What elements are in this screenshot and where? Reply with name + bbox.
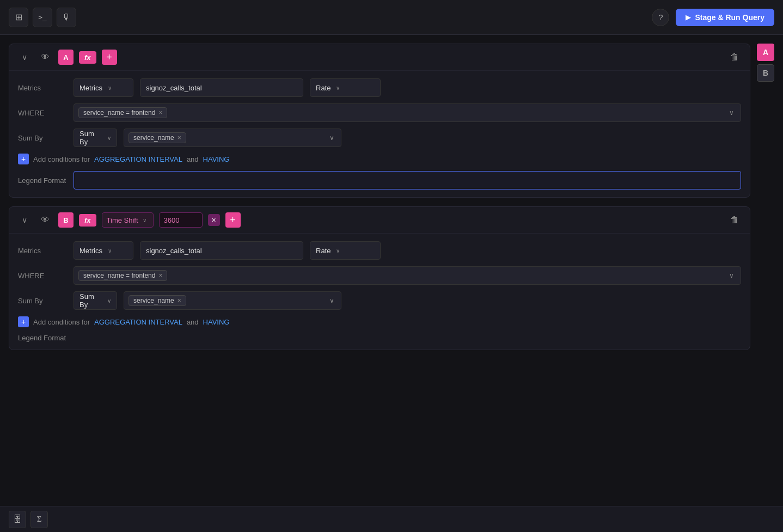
query-a-legend-row: Legend Format <box>18 171 741 189</box>
terminal-icon: >_ <box>38 13 47 21</box>
query-b-label: B <box>58 212 74 228</box>
queries-container: ∨ 👁 A fx + 🗑 <box>0 35 783 532</box>
eye-icon-b: 👁 <box>41 215 50 225</box>
play-icon: ▶ <box>686 14 690 21</box>
query-b-body: Metrics Metrics ∨ Rate ∨ WHERE <box>9 234 750 350</box>
db-icon-button[interactable]: 🗄 <box>9 511 26 528</box>
query-b-chevron[interactable]: ∨ <box>17 212 32 228</box>
query-b-add-conditions-button[interactable]: + <box>18 316 29 327</box>
trash-icon: 🗑 <box>730 52 739 62</box>
sumby-select-label: Sum By <box>79 130 102 146</box>
where-filter-tag-a: service_name = frontend × <box>78 107 167 118</box>
query-b-metrics-select[interactable]: Metrics ∨ <box>74 241 133 260</box>
timeshift-value-input[interactable] <box>159 212 203 228</box>
sumby-filter-dropdown-a[interactable]: ∨ <box>327 134 337 142</box>
where-label-b: WHERE <box>18 272 67 280</box>
top-bar-right: ? ▶ Stage & Run Query <box>652 9 774 26</box>
query-block-b: ∨ 👁 B fx Time Shift ∨ × <box>9 206 750 350</box>
query-a-body: Metrics Metrics ∨ Rate ∨ WHERE <box>9 71 750 197</box>
main-content: ∨ 👁 A fx + 🗑 <box>0 35 783 532</box>
query-b-sumby-select[interactable]: Sum By ∨ <box>74 291 117 310</box>
chevron-down-icon: ∨ <box>22 53 27 62</box>
query-a-eye[interactable]: 👁 <box>38 50 53 65</box>
query-b-delete-button[interactable]: 🗑 <box>727 212 742 228</box>
query-b-sumby-container[interactable]: service_name × ∨ <box>124 291 341 310</box>
query-a-fx-button[interactable]: fx <box>79 51 96 64</box>
eye-icon: 👁 <box>41 52 50 62</box>
query-a-chevron[interactable]: ∨ <box>17 50 32 65</box>
query-b-rate-select[interactable]: Rate ∨ <box>310 241 381 260</box>
top-bar: ⊞ >_ 🎙 ? ▶ Stage & Run Query <box>0 0 783 35</box>
metrics-dropdown-arrow-b: ∨ <box>108 248 112 254</box>
query-b-sumby-row: Sum By Sum By ∨ service_name × ∨ <box>18 291 741 310</box>
terminal-icon-button[interactable]: >_ <box>33 8 52 27</box>
top-bar-left: ⊞ >_ 🎙 <box>9 8 76 27</box>
query-block-a: ∨ 👁 A fx + 🗑 <box>9 44 750 198</box>
query-a-rate-select[interactable]: Rate ∨ <box>310 78 381 97</box>
query-a-where-container[interactable]: service_name = frontend × ∨ <box>74 103 741 122</box>
metrics-label-a: Metrics <box>18 84 67 92</box>
query-b-where-row: WHERE service_name = frontend × ∨ <box>18 266 741 285</box>
aggregation-interval-link-b[interactable]: AGGREGATION INTERVAL <box>94 318 182 326</box>
rate-dropdown-arrow-b: ∨ <box>336 248 340 254</box>
sigma-icon: Σ <box>37 515 42 524</box>
query-b-metrics-row: Metrics Metrics ∨ Rate ∨ <box>18 241 741 260</box>
rate-dropdown-arrow-a: ∨ <box>336 85 340 91</box>
query-a-metric-name-input[interactable] <box>140 78 303 97</box>
mic-icon-button[interactable]: 🎙 <box>57 8 76 27</box>
trash-icon-b: 🗑 <box>730 215 739 225</box>
legend-label-a: Legend Format <box>18 176 67 185</box>
sumby-dropdown-arrow-b: ∨ <box>107 298 111 304</box>
having-link-a[interactable]: HAVING <box>203 155 230 163</box>
query-b-add-button[interactable]: + <box>225 212 241 228</box>
sumby-filter-tag-a: service_name × <box>129 132 186 143</box>
where-filter-close-b[interactable]: × <box>158 272 162 279</box>
query-a-delete-button[interactable]: 🗑 <box>727 50 742 65</box>
sumby-label-b: Sum By <box>18 297 67 305</box>
query-a-sumby-select[interactable]: Sum By ∨ <box>74 129 117 147</box>
bottom-bar: 🗄 Σ <box>0 506 783 532</box>
query-b-add-conditions-row: + Add conditions for AGGREGATION INTERVA… <box>18 316 741 327</box>
sumby-filter-dropdown-b[interactable]: ∨ <box>327 297 337 304</box>
sumby-dropdown-arrow-a: ∨ <box>107 135 111 141</box>
query-a-sumby-row: Sum By Sum By ∨ service_name × ∨ <box>18 129 741 147</box>
help-button[interactable]: ? <box>652 9 669 26</box>
query-b-header: ∨ 👁 B fx Time Shift ∨ × <box>9 207 750 234</box>
query-b-where-container[interactable]: service_name = frontend × ∨ <box>74 266 741 285</box>
query-a-sumby-container[interactable]: service_name × ∨ <box>124 129 341 147</box>
sumby-label-a: Sum By <box>18 134 67 142</box>
grid-icon: ⊞ <box>15 12 22 22</box>
where-filter-dropdown-a[interactable]: ∨ <box>727 109 736 117</box>
query-a-legend-input[interactable] <box>74 171 741 189</box>
sumby-filter-close-a[interactable]: × <box>178 134 181 142</box>
where-filter-tag-b: service_name = frontend × <box>78 270 167 281</box>
stage-run-button[interactable]: ▶ Stage & Run Query <box>676 9 774 26</box>
where-label-a: WHERE <box>18 109 67 117</box>
query-a-add-conditions-button[interactable]: + <box>18 154 29 164</box>
sumby-filter-close-b[interactable]: × <box>178 297 181 304</box>
query-a-metrics-row: Metrics Metrics ∨ Rate ∨ <box>18 78 741 97</box>
timeshift-tag[interactable]: Time Shift ∨ <box>102 212 154 228</box>
legend-label-b: Legend Format <box>18 334 67 342</box>
sumby-filter-tag-b: service_name × <box>129 295 186 306</box>
where-filter-close-a[interactable]: × <box>158 109 162 117</box>
stage-run-label: Stage & Run Query <box>695 13 764 22</box>
query-b-eye[interactable]: 👁 <box>38 212 53 228</box>
query-a-add-button[interactable]: + <box>102 50 117 65</box>
query-a-metrics-select[interactable]: Metrics ∨ <box>74 78 133 97</box>
mic-icon: 🎙 <box>62 13 71 22</box>
query-a-where-row: WHERE service_name = frontend × ∨ <box>18 103 741 122</box>
timeshift-dropdown-arrow: ∨ <box>143 217 146 223</box>
aggregation-interval-link-a[interactable]: AGGREGATION INTERVAL <box>94 155 182 163</box>
query-b-metric-name-input[interactable] <box>140 241 303 260</box>
timeshift-clear-button[interactable]: × <box>208 214 220 226</box>
where-filter-dropdown-b[interactable]: ∨ <box>727 272 736 279</box>
sigma-icon-button[interactable]: Σ <box>30 511 48 528</box>
query-a-label: A <box>58 50 74 65</box>
grid-icon-button[interactable]: ⊞ <box>9 8 28 27</box>
sumby-select-label-b: Sum By <box>79 292 102 309</box>
having-link-b[interactable]: HAVING <box>203 318 230 326</box>
chevron-down-icon-b: ∨ <box>22 216 27 224</box>
db-icon: 🗄 <box>13 515 22 524</box>
query-b-fx-button[interactable]: fx <box>79 214 96 227</box>
